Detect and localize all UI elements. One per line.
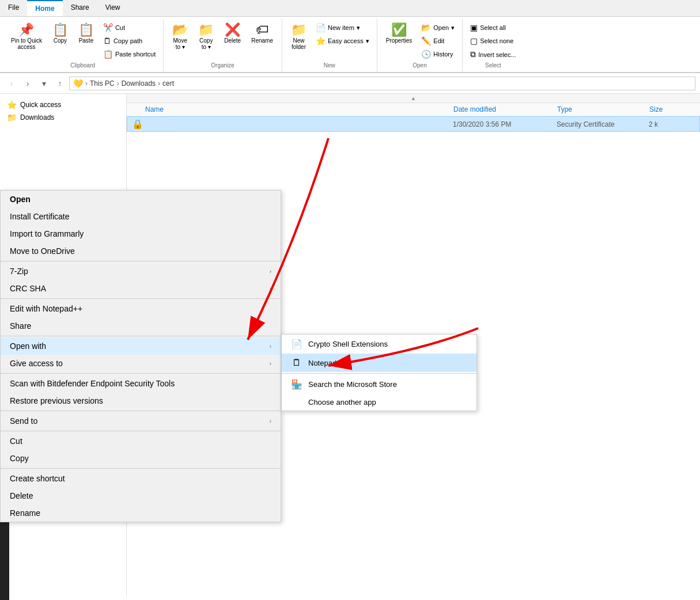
new-label: New [324, 61, 335, 70]
ctx-scan-bitdefender[interactable]: Scan with Bitdefender Endpoint Security … [1, 375, 281, 392]
rename-button[interactable]: 🏷 Rename [247, 21, 277, 46]
downloads-icon: 📁 [7, 113, 17, 122]
forward-button[interactable]: › [21, 77, 35, 90]
paste-button[interactable]: 📋 Paste [74, 21, 98, 46]
ctx-rename[interactable]: Rename [1, 504, 281, 522]
tab-share[interactable]: Share [63, 0, 97, 16]
path-cert[interactable]: cert [162, 79, 174, 88]
organize-group: 📂 Moveto ▾ 📁 Copyto ▾ ❌ Delete 🏷 Rename … [164, 19, 282, 72]
properties-button[interactable]: ✅ Properties [382, 21, 417, 46]
history-button[interactable]: 🕓 History [418, 48, 457, 60]
easy-access-icon: ⭐ [316, 36, 326, 45]
edit-icon: ✏️ [421, 36, 431, 45]
column-type[interactable]: Type [557, 105, 649, 113]
rename-icon: 🏷 [256, 24, 268, 36]
column-name[interactable]: Name [131, 105, 453, 113]
edit-button[interactable]: ✏️ Edit [418, 35, 457, 47]
select-all-button[interactable]: ▣ Select all [467, 21, 519, 34]
paste-shortcut-button[interactable]: 📋 Paste shortcut [100, 48, 158, 60]
context-menu: Open Install Certificate Import to Gramm… [0, 190, 281, 522]
chevron-right-icon-5: › [270, 418, 271, 424]
paste-icon: 📋 [78, 24, 94, 36]
cut-icon: ✂️ [103, 23, 113, 32]
delete-icon: ❌ [225, 24, 240, 36]
path-this-pc[interactable]: This PC [90, 79, 115, 88]
chevron-right-icon-2: › [270, 286, 271, 292]
chevron-right-icon-3: › [270, 343, 271, 350]
sub-ctx-search-store[interactable]: 🏪 Search the Microsoft Store [282, 375, 476, 394]
column-size[interactable]: Size [649, 105, 695, 113]
clipboard-label: Clipboard [70, 61, 95, 70]
sidebar-item-quick-access[interactable]: ⭐ Quick access [0, 98, 126, 111]
file-icon: 🔒 [132, 119, 143, 130]
move-to-icon: 📂 [172, 24, 188, 36]
easy-access-button[interactable]: ⭐ Easy access ▾ [313, 35, 372, 47]
copy-to-icon: 📁 [198, 24, 214, 36]
path-separator: › [85, 79, 88, 88]
select-none-icon: ▢ [470, 36, 478, 45]
path-separator-3: › [158, 79, 160, 88]
ctx-give-access[interactable]: Give access to › [1, 355, 281, 372]
properties-icon: ✅ [391, 24, 407, 36]
sub-context-menu: 📄 Crypto Shell Extensions 🗒 Notepad 🏪 Se… [281, 334, 477, 411]
table-row[interactable]: 🔒 1/30/2020 3:56 PM Security Certificate… [127, 116, 700, 132]
ctx-cut[interactable]: Cut [1, 432, 281, 450]
open-group: ✅ Properties 📂 Open ▾ ✏️ Edit 🕓 [377, 19, 463, 72]
select-group: ▣ Select all ▢ Select none ⧉ Invert sele… [463, 19, 523, 72]
ctx-create-shortcut[interactable]: Create shortcut [1, 470, 281, 487]
ctx-copy[interactable]: Copy [1, 450, 281, 467]
column-date[interactable]: Date modified [453, 105, 557, 113]
delete-button[interactable]: ❌ Delete [220, 21, 245, 46]
ctx-import-grammarly[interactable]: Import to Grammarly [1, 225, 281, 242]
new-item-button[interactable]: 📄 New item ▾ [313, 21, 372, 34]
copy-path-button[interactable]: 🗒 Copy path [100, 35, 158, 47]
open-button[interactable]: 📂 Open ▾ [418, 21, 457, 34]
back-button[interactable]: ‹ [5, 77, 18, 90]
copy-icon: 📋 [52, 24, 68, 36]
open-icon: 📂 [421, 23, 431, 32]
pin-icon: 📌 [18, 24, 34, 36]
chevron-right-icon: › [270, 268, 271, 275]
ctx-edit-notepadpp[interactable]: Edit with Notepad++ [1, 300, 281, 317]
path-downloads[interactable]: Downloads [122, 79, 156, 88]
address-path[interactable]: 💛 › This PC › Downloads › cert [69, 77, 695, 90]
pin-to-quick-access-button[interactable]: 📌 Pin to Quickaccess [7, 21, 46, 52]
ctx-7zip[interactable]: 7-Zip › [1, 263, 281, 280]
recent-locations-button[interactable]: ▾ [37, 77, 51, 90]
sidebar-item-downloads[interactable]: 📁 Downloads [0, 111, 126, 124]
invert-selection-button[interactable]: ⧉ Invert selec... [467, 48, 519, 61]
up-button[interactable]: ↑ [53, 77, 67, 90]
new-group: 📁 Newfolder 📄 New item ▾ ⭐ Easy access ▾ [282, 19, 377, 72]
ctx-crc-sha[interactable]: CRC SHA › [1, 280, 281, 297]
file-list-header: Name Date modified Type Size [127, 103, 700, 116]
ctx-restore-versions[interactable]: Restore previous versions [1, 392, 281, 409]
sub-ctx-notepad[interactable]: 🗒 Notepad [282, 354, 476, 372]
organize-label: Organize [211, 61, 234, 70]
ctx-install-cert[interactable]: Install Certificate [1, 208, 281, 225]
copy-to-button[interactable]: 📁 Copyto ▾ [194, 21, 218, 52]
paste-shortcut-icon: 📋 [103, 50, 113, 59]
move-to-button[interactable]: 📂 Moveto ▾ [168, 21, 192, 52]
copy-button[interactable]: 📋 Copy [48, 21, 72, 46]
copy-path-icon: 🗒 [103, 36, 111, 45]
new-folder-button[interactable]: 📁 Newfolder [287, 21, 311, 52]
new-folder-icon: 📁 [291, 24, 307, 36]
sub-ctx-choose-app[interactable]: Choose another app [282, 394, 476, 411]
tab-home[interactable]: Home [27, 0, 62, 16]
ctx-delete[interactable]: Delete [1, 487, 281, 504]
ctx-share[interactable]: Share [1, 317, 281, 335]
ctx-move-onedrive[interactable]: Move to OneDrive [1, 242, 281, 260]
ctx-open-with[interactable]: Open with › [1, 337, 281, 355]
tab-view[interactable]: View [97, 0, 128, 16]
sub-ctx-crypto-shell[interactable]: 📄 Crypto Shell Extensions [282, 335, 476, 354]
tab-file[interactable]: File [0, 0, 27, 16]
history-icon: 🕓 [421, 50, 431, 59]
ctx-open[interactable]: Open [1, 191, 281, 208]
select-none-button[interactable]: ▢ Select none [467, 35, 519, 47]
select-label: Select [485, 61, 501, 70]
invert-icon: ⧉ [470, 50, 476, 59]
ctx-send-to[interactable]: Send to › [1, 412, 281, 430]
crypto-icon: 📄 [291, 339, 302, 350]
cut-button[interactable]: ✂️ Cut [100, 21, 158, 34]
new-item-icon: 📄 [316, 23, 326, 32]
